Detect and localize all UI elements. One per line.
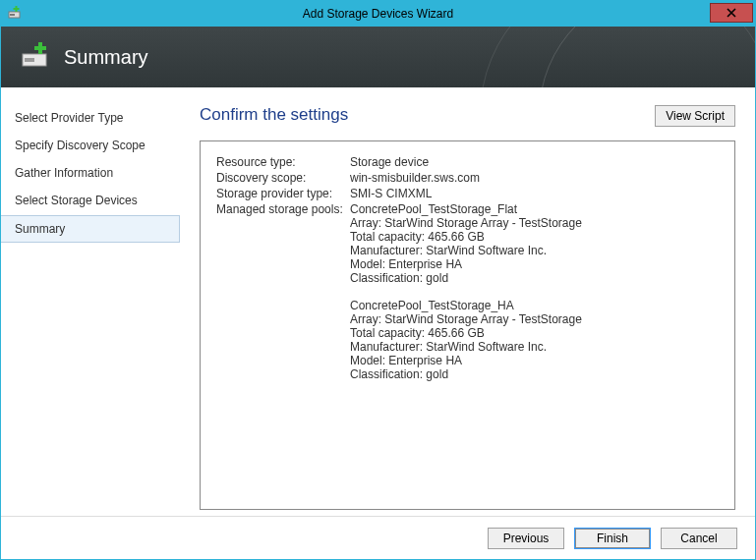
finish-button[interactable]: Finish (574, 528, 651, 549)
header-title: Summary (64, 46, 148, 69)
wizard-footer: Previous Finish Cancel (1, 516, 755, 559)
svg-rect-1 (10, 14, 15, 16)
wizard-header: Summary (1, 27, 755, 87)
steps-sidebar: Select Provider Type Specify Discovery S… (1, 87, 180, 516)
svg-rect-7 (34, 46, 46, 50)
value-resource-type: Storage device (350, 155, 719, 169)
titlebar: Add Storage Devices Wizard (1, 1, 755, 27)
summary-row: Resource type: Storage device (216, 155, 719, 169)
summary-row: Storage provider type: SMI-S CIMXML (216, 187, 719, 200)
value-managed-storage-pools: ConcretePool_TestStorage_Flat Array: Sta… (350, 202, 719, 381)
summary-row: Discovery scope: win-smisbuilder.sws.com (216, 171, 719, 185)
previous-button[interactable]: Previous (488, 528, 564, 549)
svg-rect-5 (25, 58, 34, 62)
step-summary[interactable]: Summary (1, 215, 180, 243)
label-managed-storage-pools: Managed storage pools: (216, 202, 350, 381)
page-heading: Confirm the settings (200, 105, 655, 125)
wizard-window: Add Storage Devices Wizard Summary Selec… (0, 0, 756, 560)
label-discovery-scope: Discovery scope: (216, 171, 350, 185)
cancel-button[interactable]: Cancel (661, 528, 737, 549)
label-resource-type: Resource type: (216, 155, 350, 169)
label-storage-provider-type: Storage provider type: (216, 187, 350, 200)
value-storage-provider-type: SMI-S CIMXML (350, 187, 719, 200)
step-select-storage-devices[interactable]: Select Storage Devices (1, 188, 180, 213)
main-panel: Confirm the settings View Script Resourc… (180, 87, 755, 516)
step-select-provider-type[interactable]: Select Provider Type (1, 105, 180, 131)
decorative-swirl (480, 27, 755, 87)
wizard-body: Select Provider Type Specify Discovery S… (1, 87, 755, 516)
app-icon (7, 5, 23, 24)
summary-row: Managed storage pools: ConcretePool_Test… (216, 202, 719, 381)
window-title: Add Storage Devices Wizard (303, 7, 453, 21)
view-script-button[interactable]: View Script (655, 105, 735, 127)
step-specify-discovery-scope[interactable]: Specify Discovery Scope (1, 133, 180, 158)
close-button[interactable] (710, 3, 753, 23)
heading-row: Confirm the settings View Script (200, 105, 735, 127)
svg-rect-3 (14, 8, 20, 10)
header-icon (21, 42, 52, 73)
value-discovery-scope: win-smisbuilder.sws.com (350, 171, 719, 185)
step-gather-information[interactable]: Gather Information (1, 160, 180, 186)
summary-details: Resource type: Storage device Discovery … (200, 140, 735, 510)
